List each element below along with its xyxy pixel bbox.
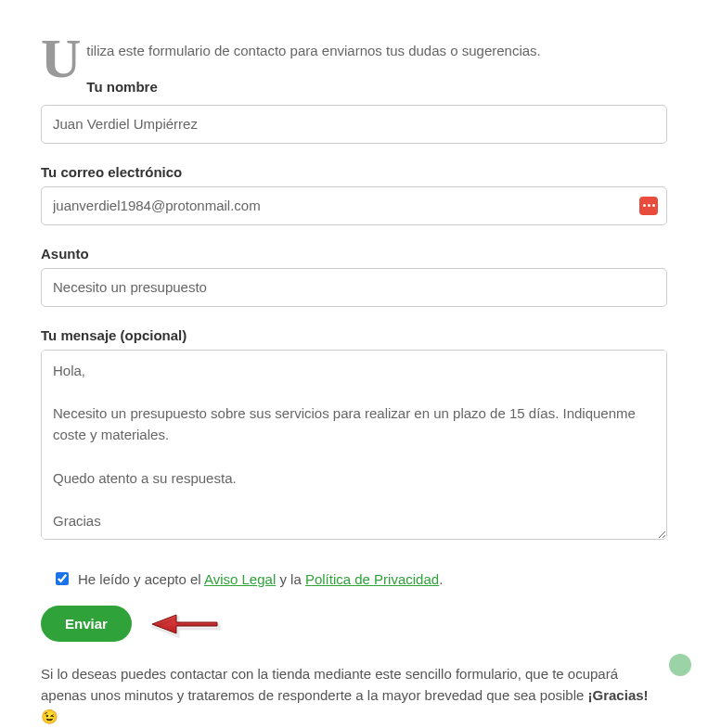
privacy-policy-link[interactable]: Política de Privacidad [305,571,439,587]
label-message: Tu mensaje (opcional) [41,327,667,343]
subject-input[interactable] [41,268,667,307]
name-input[interactable] [41,105,667,144]
consent-row: He leído y acepto el Aviso Legal y la Po… [41,571,667,587]
intro-text: tiliza este formulario de contacto para … [86,41,667,62]
email-input[interactable] [41,186,667,225]
message-textarea[interactable] [41,350,667,540]
password-manager-icon[interactable] [639,197,658,215]
submit-button[interactable]: Enviar [41,606,132,642]
floating-action-dot[interactable] [669,654,691,676]
label-email: Tu correo electrónico [41,164,667,180]
arrow-annotation-icon [148,606,221,643]
label-name: Tu nombre [86,79,667,95]
label-subject: Asunto [41,246,667,262]
intro-block: U tiliza este formulario de contacto par… [41,41,667,95]
footer-note: Si lo deseas puedes contactar con la tie… [41,663,667,728]
consent-text: He leído y acepto el Aviso Legal y la Po… [78,571,443,587]
dropcap-letter: U [41,35,81,83]
legal-notice-link[interactable]: Aviso Legal [204,571,276,587]
consent-checkbox[interactable] [56,572,69,585]
